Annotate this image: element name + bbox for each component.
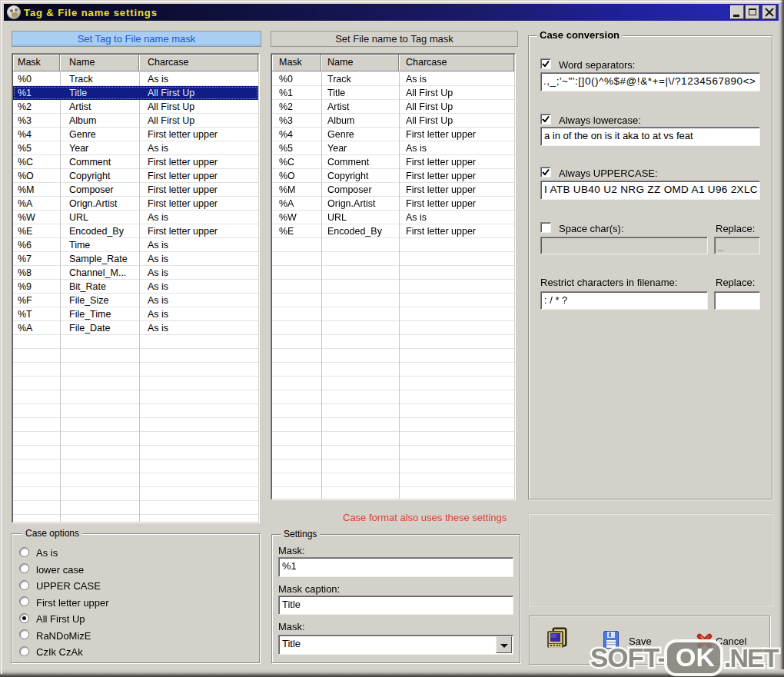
svg-text:OK: OK: [676, 642, 715, 672]
svg-text:SOFT-: SOFT-: [590, 642, 666, 672]
svg-text:.NET: .NET: [724, 643, 779, 672]
